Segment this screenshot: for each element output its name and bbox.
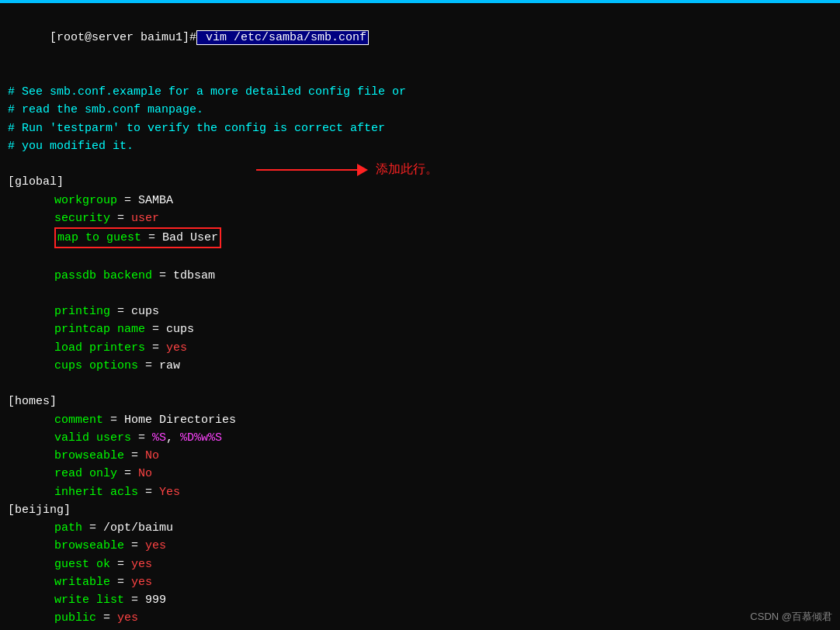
blank-line-1: [8, 155, 832, 173]
terminal: [root@server baimu1]# vim /etc/samba/smb…: [0, 0, 840, 630]
comment-line-1: # See smb.conf.example for a more detail…: [8, 83, 832, 101]
kv-writable-beijing: writable = yes: [8, 573, 832, 591]
blank-line-4: [8, 375, 832, 393]
kv-valid-users: valid users = %S, %D%w%S: [8, 429, 832, 447]
prompt-line: [root@server baimu1]# vim /etc/samba/smb…: [8, 11, 832, 65]
blank-line-2: [8, 248, 832, 266]
blank-line-0: [8, 65, 832, 83]
kv-path-beijing: path = /opt/baimu: [8, 519, 832, 537]
section-global: [global]: [8, 173, 832, 191]
kv-printing: printing = cups: [8, 303, 832, 320]
kv-browseable-homes: browseable = No: [8, 447, 832, 465]
comment-line-3: # Run 'testparm' to verify the config is…: [8, 119, 832, 137]
kv-printcap: printcap name = cups: [8, 320, 832, 338]
command-highlight: vim /etc/samba/smb.conf: [196, 30, 369, 45]
kv-read-only: read only = No: [8, 465, 832, 483]
blank-line-5: [8, 628, 832, 631]
kv-load-printers: load printers = yes: [8, 339, 832, 357]
kv-workgroup: workgroup = SAMBA: [8, 192, 832, 209]
blank-line-3: [8, 285, 832, 303]
kv-browseable-beijing: browseable = yes: [8, 537, 832, 555]
comment-line-2: # read the smb.conf manpage.: [8, 101, 832, 119]
kv-passdb: passdb backend = tdbsam: [8, 267, 832, 285]
section-beijing: [beijing]: [8, 501, 832, 519]
watermark: CSDN @百慕倾君: [750, 610, 832, 624]
terminal-content: [root@server baimu1]# vim /etc/samba/smb…: [0, 6, 840, 630]
prompt: [root@server baimu1]#: [50, 31, 196, 44]
kv-guest-ok-beijing: guest ok = yes: [8, 556, 832, 573]
kv-write-list: write list = 999: [8, 591, 832, 609]
kv-map-to-guest: map to guest = Bad User: [8, 227, 832, 248]
kv-cups-options: cups options = raw: [8, 357, 832, 375]
kv-security: security = user: [8, 209, 832, 227]
section-homes: [homes]: [8, 393, 832, 410]
top-bar: [0, 0, 840, 3]
kv-public-beijing: public = yes: [8, 609, 832, 627]
kv-inherit-acls: inherit acls = Yes: [8, 483, 832, 501]
comment-line-4: # you modified it.: [8, 137, 832, 155]
map-to-guest-box: map to guest = Bad User: [54, 227, 221, 248]
kv-comment: comment = Home Directories: [8, 411, 832, 429]
